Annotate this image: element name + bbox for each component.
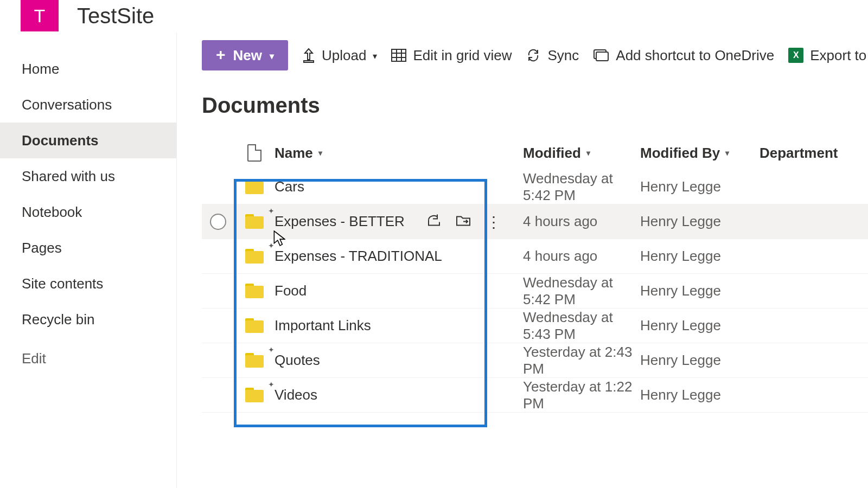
- row-modified-by: Henry Legge: [640, 213, 721, 230]
- chevron-down-icon: ▾: [373, 51, 377, 61]
- col-modified-header[interactable]: Modified ▾: [523, 145, 640, 162]
- export-label: Export to Excel: [810, 47, 868, 64]
- nav-notebook[interactable]: Notebook: [0, 194, 176, 230]
- edit-grid-button[interactable]: Edit in grid view: [391, 47, 512, 64]
- row-select-radio[interactable]: [210, 214, 226, 230]
- row-name[interactable]: Quotes: [275, 352, 320, 369]
- nav-recycle-bin[interactable]: Recycle bin: [0, 301, 176, 337]
- document-list: Name ▾ Modified ▾ Modified By ▾ Departme…: [202, 136, 868, 413]
- upload-button[interactable]: Upload ▾: [302, 47, 377, 64]
- folder-icon: [245, 249, 264, 264]
- nav-pages[interactable]: Pages: [0, 230, 176, 266]
- folder-icon: [245, 353, 264, 368]
- col-department-label: Department: [760, 145, 838, 162]
- row-modified-by: Henry Legge: [640, 387, 721, 403]
- library-title: Documents: [202, 93, 868, 118]
- col-type-header[interactable]: [234, 144, 275, 162]
- move-icon[interactable]: [456, 213, 472, 230]
- sync-status-icon: ✦: [268, 345, 275, 354]
- chevron-down-icon: ▾: [318, 149, 322, 157]
- col-modified-by-header[interactable]: Modified By ▾: [640, 145, 760, 162]
- share-icon[interactable]: [426, 213, 442, 230]
- row-hover-actions: ⋮: [426, 213, 500, 230]
- row-modified-by: Henry Legge: [640, 248, 721, 265]
- table-row[interactable]: FoodWednesday at 5:42 PMHenry Legge: [202, 274, 868, 309]
- row-modified: 4 hours ago: [523, 213, 597, 230]
- shortcut-button[interactable]: Add shortcut to OneDrive: [593, 47, 774, 64]
- grid-icon: [391, 49, 406, 62]
- sync-icon: [526, 48, 541, 63]
- nav-documents[interactable]: Documents: [0, 123, 176, 158]
- row-name[interactable]: Expenses - BETTER: [275, 213, 405, 230]
- left-nav: Home Conversations Documents Shared with…: [0, 33, 177, 488]
- row-name[interactable]: Important Links: [275, 317, 371, 334]
- svg-rect-6: [596, 52, 608, 61]
- nav-shared-with-us[interactable]: Shared with us: [0, 158, 176, 194]
- upload-icon: [302, 48, 315, 63]
- sync-status-icon: ✦: [268, 241, 275, 250]
- export-button[interactable]: X Export to Excel: [788, 47, 868, 64]
- chevron-down-icon: ▾: [586, 149, 590, 157]
- row-modified-by: Henry Legge: [640, 178, 721, 195]
- more-icon[interactable]: ⋮: [486, 213, 500, 230]
- nav-edit[interactable]: Edit: [0, 350, 176, 367]
- row-name[interactable]: Expenses - TRADITIONAL: [275, 248, 442, 265]
- document-icon: [247, 144, 261, 162]
- sync-status-icon: ✦: [268, 207, 275, 215]
- plus-icon: +: [216, 47, 226, 63]
- row-name[interactable]: Cars: [275, 178, 304, 195]
- table-row[interactable]: ✦QuotesYesterday at 2:43 PMHenry Legge: [202, 343, 868, 378]
- command-bar: + New ▾ Upload ▾ Edit in grid view Sync …: [177, 33, 868, 70]
- shortcut-label: Add shortcut to OneDrive: [616, 47, 774, 64]
- row-modified-by: Henry Legge: [640, 352, 721, 369]
- nav-site-contents[interactable]: Site contents: [0, 266, 176, 301]
- nav-conversations[interactable]: Conversations: [0, 87, 176, 123]
- sync-label: Sync: [547, 47, 579, 64]
- edit-grid-label: Edit in grid view: [413, 47, 512, 64]
- col-department-header[interactable]: Department: [760, 145, 841, 162]
- row-modified: Wednesday at 5:42 PM: [523, 170, 640, 204]
- folder-icon: [245, 179, 264, 194]
- excel-icon: X: [788, 48, 803, 63]
- table-row[interactable]: ✦Expenses - TRADITIONAL4 hours agoHenry …: [202, 239, 868, 274]
- row-modified: Wednesday at 5:43 PM: [523, 309, 640, 343]
- row-name[interactable]: Videos: [275, 387, 317, 403]
- table-row[interactable]: Important LinksWednesday at 5:43 PMHenry…: [202, 309, 868, 343]
- row-modified: Yesterday at 1:22 PM: [523, 378, 640, 412]
- col-modified-by-label: Modified By: [640, 145, 720, 162]
- nav-home[interactable]: Home: [0, 51, 176, 87]
- site-header: T TestSite: [0, 0, 868, 33]
- sync-button[interactable]: Sync: [526, 47, 579, 64]
- row-name[interactable]: Food: [275, 282, 307, 299]
- table-row[interactable]: ✦VideosYesterday at 1:22 PMHenry Legge: [202, 378, 868, 413]
- column-headers: Name ▾ Modified ▾ Modified By ▾ Departme…: [202, 136, 868, 170]
- folder-icon: [245, 388, 264, 402]
- row-modified: Wednesday at 5:42 PM: [523, 274, 640, 308]
- new-button[interactable]: + New ▾: [202, 40, 288, 70]
- content-area: + New ▾ Upload ▾ Edit in grid view Sync …: [177, 33, 868, 488]
- row-modified-by: Henry Legge: [640, 317, 721, 334]
- row-modified-by: Henry Legge: [640, 282, 721, 299]
- site-title: TestSite: [77, 4, 154, 28]
- table-row[interactable]: ✦Expenses - BETTER⋮4 hours agoHenry Legg…: [202, 204, 868, 239]
- chevron-down-icon: ▾: [270, 51, 274, 61]
- folder-icon: [245, 214, 264, 229]
- new-button-label: New: [233, 47, 262, 64]
- col-modified-label: Modified: [523, 145, 581, 162]
- col-name-label: Name: [275, 145, 313, 162]
- row-modified: Yesterday at 2:43 PM: [523, 344, 640, 377]
- chevron-down-icon: ▾: [725, 149, 729, 157]
- folder-icon: [245, 318, 264, 333]
- shortcut-icon: [593, 49, 609, 62]
- col-name-header[interactable]: Name ▾: [275, 145, 523, 162]
- row-modified: 4 hours ago: [523, 248, 597, 265]
- svg-rect-0: [392, 49, 406, 61]
- upload-label: Upload: [322, 47, 366, 64]
- site-logo: T: [21, 0, 59, 31]
- table-row[interactable]: CarsWednesday at 5:42 PMHenry Legge: [202, 170, 868, 204]
- folder-icon: [245, 284, 264, 298]
- sync-status-icon: ✦: [268, 380, 275, 389]
